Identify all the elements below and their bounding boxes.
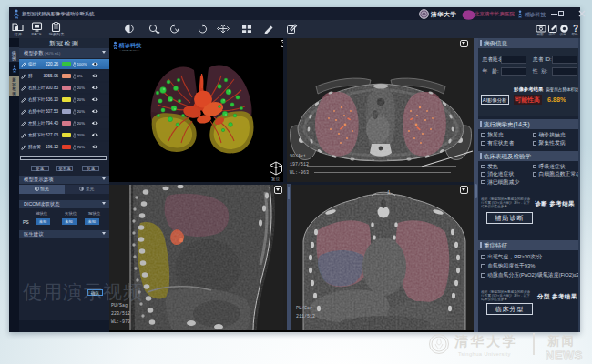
svg-text:WL:-963: WL:-963 [290, 170, 309, 176]
svg-text:1: 1 [387, 189, 391, 196]
svg-text:WL:-970: WL:-970 [111, 319, 130, 325]
svg-text:PU/Cor: PU/Cor [296, 306, 312, 311]
svg-text:197/512: 197/512 [290, 162, 309, 167]
svg-text:精诊科技: 精诊科技 [118, 42, 143, 49]
svg-text:223/512: 223/512 [111, 311, 130, 317]
svg-text:211/512: 211/512 [296, 314, 315, 319]
svg-text:90/Axi: 90/Axi [290, 154, 306, 159]
svg-text:— TRUE HEALTH —: — TRUE HEALTH — [119, 49, 140, 52]
svg-text:?: ? [573, 24, 578, 33]
